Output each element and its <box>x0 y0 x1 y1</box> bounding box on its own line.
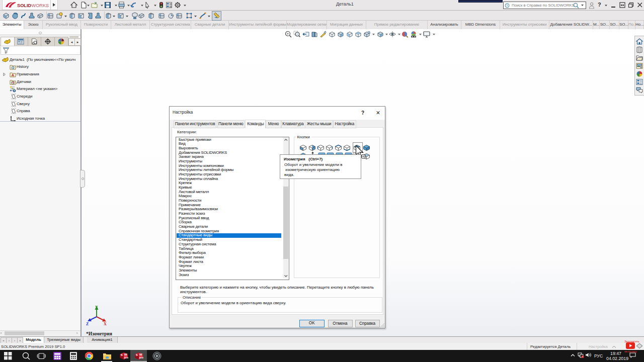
svg-text:2019: 2019 <box>124 357 128 359</box>
svg-text:SOLID: SOLID <box>17 3 31 8</box>
svg-text:Z: Z <box>86 322 89 326</box>
svg-text:X: X <box>104 322 107 326</box>
svg-text:2019: 2019 <box>139 357 143 359</box>
svg-text:S: S <box>121 353 123 356</box>
svg-text:?: ? <box>506 4 508 7</box>
svg-text:W: W <box>124 353 127 356</box>
svg-text:A: A <box>12 73 15 77</box>
svg-text:WORKS: WORKS <box>32 3 49 8</box>
svg-text:W: W <box>139 353 142 356</box>
svg-text:Y: Y <box>95 305 98 310</box>
svg-text:S: S <box>136 353 138 356</box>
